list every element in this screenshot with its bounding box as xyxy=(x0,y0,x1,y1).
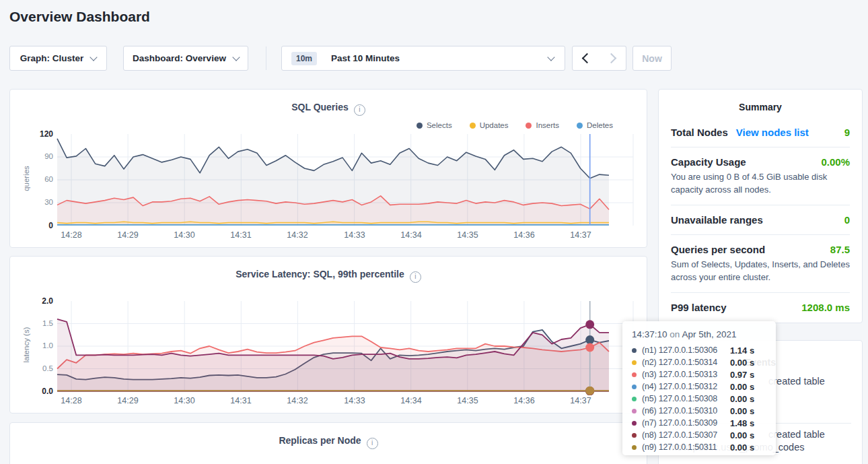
series-dot-icon xyxy=(632,372,637,377)
summary-row-p99: P99 latency 1208.0 ms xyxy=(671,293,850,322)
sql-queries-chart[interactable]: 030609012014:2814:2914:3014:3114:3214:33… xyxy=(10,90,648,247)
x-axis-tick: 14:30 xyxy=(164,230,205,240)
chevron-down-icon xyxy=(90,53,98,61)
info-icon[interactable]: i xyxy=(367,438,378,449)
x-axis-tick: 14:31 xyxy=(221,230,261,240)
x-axis-tick: 14:37 xyxy=(560,230,601,240)
chevron-right-icon xyxy=(606,53,617,64)
x-axis-tick: 14:36 xyxy=(504,230,544,240)
series-dot-icon xyxy=(632,409,637,413)
event-item-text[interactable]: created table xyxy=(768,376,825,387)
summary-row-capacity: Capacity Usage 0.00% You are using 0 B o… xyxy=(671,147,850,205)
unavailable-ranges-value: 0 xyxy=(844,214,850,226)
dashboard-dropdown[interactable]: Dashboard: Overview xyxy=(123,46,248,71)
x-axis-tick: 14:29 xyxy=(108,230,148,240)
summary-row-total-nodes: Total Nodes View nodes list 9 xyxy=(671,118,850,147)
now-button[interactable]: Now xyxy=(632,46,672,71)
chevron-down-icon xyxy=(547,53,554,61)
x-axis-tick: 14:32 xyxy=(277,396,318,405)
x-axis-tick: 14:34 xyxy=(391,230,431,240)
capacity-value: 0.00% xyxy=(821,156,850,168)
replicas-per-node-card: Replicas per Nodei xyxy=(9,422,647,464)
series-dot-icon xyxy=(632,360,637,365)
series-dot-icon xyxy=(632,397,637,401)
tooltip-row: (n3) 127.0.0.1:503130.97 s xyxy=(632,368,766,380)
x-axis-tick: 14:34 xyxy=(391,396,431,405)
qps-value: 87.5 xyxy=(830,244,850,255)
chart-tooltip: 14:37:10 on Apr 5th, 2021 (n1) 127.0.0.1… xyxy=(622,321,776,455)
y-axis-label: queries xyxy=(22,138,30,219)
series-dot-icon xyxy=(632,348,637,353)
total-nodes-value: 9 xyxy=(844,127,850,138)
summary-row-unavailable-ranges: Unavailable ranges 0 xyxy=(671,205,850,235)
x-axis-tick: 14:36 xyxy=(504,396,544,405)
summary-row-qps: Queries per second 87.5 Sum of Selects, … xyxy=(671,235,850,293)
sql-queries-card: SQL Queriesi Selects Updates Inserts Del… xyxy=(9,89,647,248)
x-axis-tick: 14:35 xyxy=(447,230,488,240)
tooltip-row: (n6) 127.0.0.1:503100.00 s xyxy=(632,405,766,417)
x-axis-tick: 14:31 xyxy=(221,396,261,405)
p99-value: 1208.0 ms xyxy=(801,302,850,313)
tooltip-row: (n4) 127.0.0.1:503120.00 s xyxy=(632,380,766,393)
x-axis-tick: 14:29 xyxy=(108,396,148,405)
chart-canvas[interactable] xyxy=(57,134,633,226)
x-axis-tick: 14:35 xyxy=(447,396,488,405)
view-nodes-link[interactable]: View nodes list xyxy=(736,127,809,138)
series-dot-icon xyxy=(632,385,637,389)
event-item-text[interactable]: created table xyxy=(768,429,825,440)
tooltip-row: (n1) 127.0.0.1:503061.14 s xyxy=(632,344,766,356)
summary-panel: Summary Total Nodes View nodes list 9 Ca… xyxy=(658,89,863,323)
tooltip-row: (n8) 127.0.0.1:503070.00 s xyxy=(632,429,766,441)
time-range-picker[interactable]: 10m Past 10 Minutes xyxy=(281,46,565,71)
x-axis-tick: 14:32 xyxy=(277,230,318,240)
x-axis-tick: 14:37 xyxy=(560,396,601,405)
tooltip-rows: (n1) 127.0.0.1:503061.14 s(n2) 127.0.0.1… xyxy=(632,344,766,453)
page-title: Overview Dashboard xyxy=(9,9,150,25)
service-latency-chart[interactable]: 0.00.51.01.52.014:2814:2914:3014:3114:32… xyxy=(10,257,648,414)
tooltip-timestamp: 14:37:10 on Apr 5th, 2021 xyxy=(632,329,766,339)
x-axis-tick: 14:33 xyxy=(334,230,375,240)
time-range-label: Past 10 Minutes xyxy=(331,53,400,63)
series-dot-icon xyxy=(632,445,637,450)
x-axis-tick: 14:28 xyxy=(51,230,92,240)
time-next-button[interactable] xyxy=(599,46,626,71)
chart-title: Replicas per Nodei xyxy=(10,435,647,449)
x-axis-tick: 14:28 xyxy=(51,396,92,405)
tooltip-row: (n2) 127.0.0.1:503140.00 s xyxy=(632,356,766,368)
tooltip-row: (n7) 127.0.0.1:503091.48 s xyxy=(632,417,766,429)
y-axis-tick: 0.0 xyxy=(22,387,53,396)
service-latency-card: Service Latency: SQL, 99th percentilei 0… xyxy=(9,256,647,413)
y-axis-tick: 0 xyxy=(22,221,53,230)
time-prev-button[interactable] xyxy=(572,46,600,71)
chevron-down-icon xyxy=(232,53,240,61)
x-axis-tick: 14:33 xyxy=(334,396,375,405)
series-dot-icon xyxy=(632,421,637,426)
series-dot-icon xyxy=(632,433,637,438)
chevron-left-icon xyxy=(581,53,592,64)
y-axis-tick: 120 xyxy=(22,129,53,139)
qps-description: Sum of Selects, Updates, Inserts, and De… xyxy=(671,258,850,284)
y-axis-label: latency (s) xyxy=(22,304,30,385)
capacity-description: You are using 0 B of 4.5 GiB usable disk… xyxy=(671,170,850,196)
tooltip-row: (n9) 127.0.0.1:503110.00 s xyxy=(632,441,766,453)
toolbar-divider xyxy=(266,46,266,70)
summary-title: Summary xyxy=(671,102,850,112)
tooltip-row: (n5) 127.0.0.1:503080.00 s xyxy=(632,393,766,405)
time-range-badge: 10m xyxy=(291,52,317,65)
x-axis-tick: 14:30 xyxy=(164,396,205,405)
chart-canvas[interactable] xyxy=(57,301,633,391)
graph-dropdown[interactable]: Graph: Cluster xyxy=(9,46,107,71)
